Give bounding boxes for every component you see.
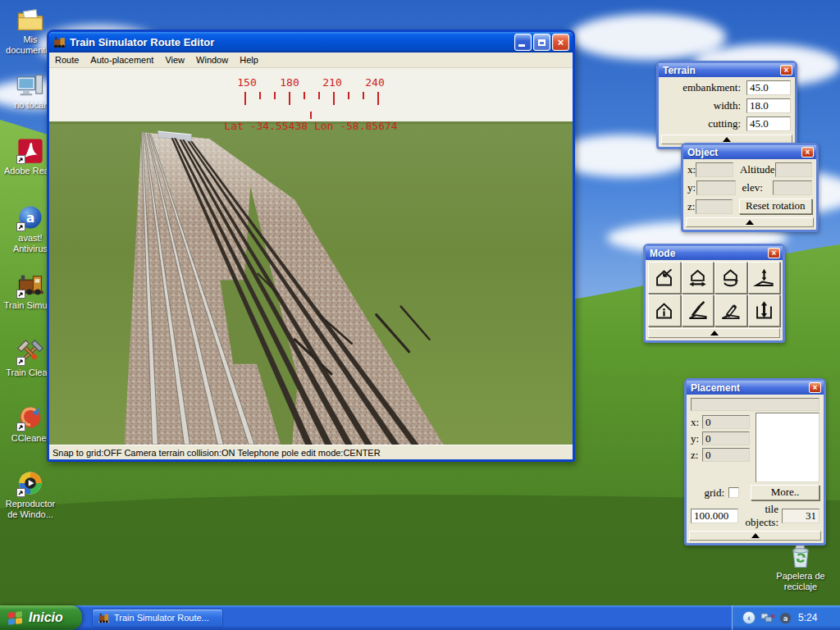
x-label: x: (691, 416, 702, 429)
desktop-icon-media-player[interactable]: Reproductor de Windo... (2, 469, 58, 520)
menu-auto-placement[interactable]: Auto-placement (84, 53, 159, 66)
z-label: z: (687, 200, 696, 213)
mode-palette: Mode × (643, 244, 785, 343)
x-label: x: (687, 163, 696, 176)
train-window-icon[interactable] (52, 35, 66, 49)
placement-name-field[interactable] (691, 398, 819, 411)
mode-object-terrain-height-button[interactable] (748, 262, 781, 294)
collapse-arrow-icon (746, 220, 754, 225)
collapse-bar[interactable] (689, 531, 821, 541)
object-palette-titlebar[interactable]: Object × (683, 145, 816, 159)
width-field[interactable]: 18.0 (746, 98, 791, 113)
placement-x-field[interactable]: 0 (702, 415, 750, 429)
shortcut-arrow-icon (16, 357, 25, 366)
object-x-field[interactable] (696, 162, 733, 177)
window-title: Train Simulator Route Editor (70, 36, 513, 48)
desktop: Mis documentos no tocar Adobe Rea 8 a av… (0, 0, 840, 630)
train-icon (16, 271, 45, 299)
compass-overlay: 150 180 210 240 Lat -34.55438 Lon -58.85… (208, 76, 413, 132)
menu-view[interactable]: View (159, 53, 190, 66)
compass-center-tick (310, 112, 312, 119)
altitude-label: Altitude (733, 163, 775, 176)
scale-field[interactable]: 100.000 (691, 509, 738, 523)
collapse-bar[interactable] (648, 328, 780, 338)
tray-chevron-icon[interactable]: ‹ (742, 611, 756, 624)
placement-palette: Placement × x: 0 y: 0 z: 0 g (684, 378, 826, 546)
maximize-button[interactable] (533, 34, 550, 51)
altitude-field[interactable] (775, 162, 812, 177)
close-icon[interactable]: × (768, 248, 780, 258)
mode-buttons (646, 260, 783, 326)
mode-terrain-cut-button[interactable] (682, 294, 714, 326)
rotate-object-icon (719, 267, 742, 289)
mode-palette-titlebar[interactable]: Mode × (646, 246, 783, 260)
close-button[interactable]: × (552, 34, 569, 51)
close-icon: × (558, 36, 564, 48)
viewport-3d[interactable]: 150 180 210 240 Lat -34.55438 Lon -58.85… (49, 68, 573, 445)
menu-route[interactable]: Route (49, 53, 84, 66)
start-label: Inicio (29, 610, 63, 625)
minimize-button[interactable] (514, 34, 532, 51)
mode-terrain-paint-button[interactable] (714, 294, 747, 326)
route-editor-window: Train Simulator Route Editor × Route Aut… (47, 30, 575, 462)
svg-text:×: × (770, 612, 774, 620)
elev-label: elev: (736, 181, 774, 194)
terrain-palette-titlebar[interactable]: Terrain × (659, 63, 795, 77)
placement-y-field[interactable]: 0 (702, 431, 750, 445)
mode-move-object-button[interactable] (682, 262, 714, 294)
tray-clock[interactable]: 5:24 (798, 612, 817, 623)
collapse-bar[interactable] (686, 217, 814, 227)
lat-lon-readout: Lat -34.55438 Lon -58.85674 (208, 120, 413, 132)
close-icon[interactable]: × (801, 147, 814, 158)
avast-tray-icon[interactable]: a (779, 612, 792, 624)
taskbar-button-route-editor[interactable]: Train Simulator Route... (92, 609, 223, 628)
window-titlebar[interactable]: Train Simulator Route Editor × (49, 32, 573, 52)
embankment-field[interactable]: 45.0 (746, 80, 791, 95)
collapse-arrow-icon (751, 533, 760, 538)
taskbar: Inicio Train Simulator Route... ‹ × a 5:… (0, 605, 840, 630)
compass-ticks (244, 92, 378, 107)
mode-object-info-button[interactable] (648, 294, 681, 326)
folder-icon (16, 5, 45, 33)
start-button[interactable]: Inicio (0, 605, 82, 630)
more-button[interactable]: More.. (751, 485, 819, 500)
y-label: y: (687, 181, 696, 194)
mode-terrain-raise-lower-button[interactable] (748, 294, 781, 326)
compass-heading: 210 (318, 76, 346, 89)
menu-help[interactable]: Help (234, 53, 264, 66)
palette-title: Mode (650, 248, 768, 259)
desktop-icon-recycle-bin[interactable]: Papelera de reciclaje (768, 541, 833, 592)
svg-text:a: a (783, 614, 788, 622)
object-info-icon (653, 299, 675, 322)
menu-bar: Route Auto-placement View Window Help (49, 52, 573, 68)
close-icon[interactable]: × (780, 65, 792, 75)
object-terrain-height-icon (753, 267, 775, 289)
palette-title: Object (687, 147, 801, 158)
computer-icon (16, 71, 45, 98)
collapse-arrow-icon (723, 137, 731, 142)
placement-object-list[interactable] (756, 413, 819, 482)
z-label: z: (691, 449, 702, 462)
elev-field[interactable] (773, 180, 812, 195)
cutting-field[interactable]: 45.0 (746, 116, 791, 131)
terrain-raise-lower-icon (753, 299, 775, 322)
tile-objects-label: tile objects: (738, 503, 782, 529)
compass-headings: 150 180 210 240 (233, 76, 389, 89)
minimize-icon (518, 44, 525, 47)
object-z-field[interactable] (696, 199, 732, 214)
mode-place-object-button[interactable] (648, 262, 681, 294)
terrain-palette: Terrain × embankment: 45.0 width: 18.0 c… (656, 61, 797, 149)
object-y-field[interactable] (696, 180, 736, 195)
compass-heading: 180 (276, 76, 304, 89)
reset-rotation-button[interactable]: Reset rotation (739, 199, 812, 214)
placement-z-field[interactable]: 0 (702, 448, 750, 462)
menu-window[interactable]: Window (190, 53, 234, 66)
shortcut-arrow-icon (16, 155, 25, 164)
desktop-icon-label: Papelera de reciclaje (768, 571, 833, 592)
mode-rotate-object-button[interactable] (714, 262, 747, 294)
placement-palette-titlebar[interactable]: Placement × (687, 381, 824, 395)
network-disconnected-icon[interactable]: × (760, 612, 774, 624)
close-icon[interactable]: × (809, 382, 821, 393)
grid-checkbox[interactable] (728, 487, 739, 498)
compass-heading: 150 (233, 76, 261, 89)
